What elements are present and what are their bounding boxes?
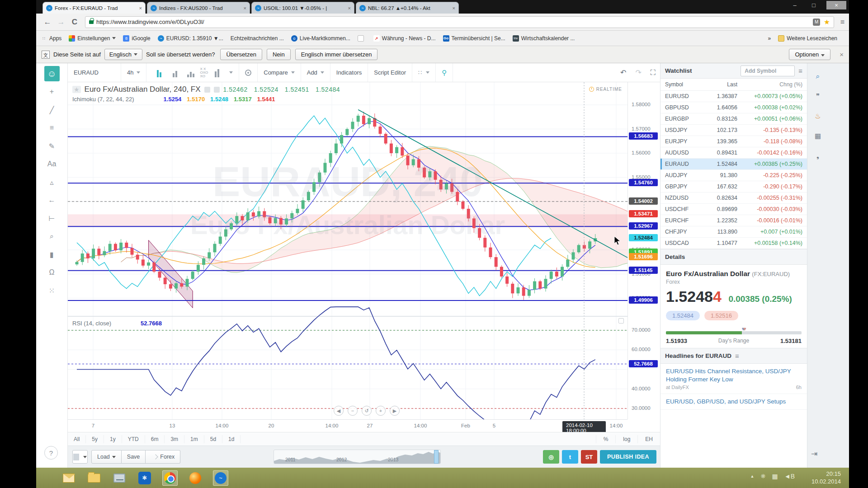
forecast-tool-icon[interactable]: ▮: [44, 247, 60, 262]
renko-style-icon[interactable]: [212, 68, 222, 77]
legend-eye-icon[interactable]: [204, 87, 210, 93]
emoji-tool-icon[interactable]: ☺: [44, 66, 60, 81]
tab-usoil[interactable]: ~ USOIL: 100.01 ▼-0.05% - | ×: [251, 2, 354, 14]
bars-style-icon[interactable]: [170, 68, 180, 77]
chats-icon[interactable]: ❟: [811, 149, 825, 163]
translate-button[interactable]: Übersetzen: [220, 49, 262, 60]
twitter-button[interactable]: t: [562, 450, 578, 464]
taskbar-clock[interactable]: 20:15 10.02.2014: [811, 470, 841, 485]
publish-idea-button[interactable]: PUBLISH IDEA: [600, 450, 656, 464]
text-tool-icon[interactable]: Aa: [44, 156, 60, 172]
translate-always-button[interactable]: Englisch immer übersetzen: [295, 49, 378, 60]
range-1m[interactable]: 1m: [184, 435, 204, 443]
range-ytd[interactable]: YTD: [122, 435, 145, 443]
pattern-tool-icon[interactable]: ▵: [44, 174, 60, 190]
legend-gear-icon[interactable]: [214, 87, 220, 93]
tab-close-icon[interactable]: ×: [453, 5, 455, 11]
scroll-right-icon[interactable]: ▶: [390, 406, 400, 416]
bookmark-page[interactable]: [358, 35, 366, 42]
watchlist-row[interactable]: EURCHF1.22352-0.00016 (-0.01%): [660, 215, 807, 226]
percent-scale-button[interactable]: %: [596, 435, 616, 443]
screener-search-icon[interactable]: ⌕: [811, 70, 825, 83]
headline-item[interactable]: EUR/USD Hits Channel Resistance, USD/JPY…: [660, 364, 807, 394]
bookmark-eurusd[interactable]: ~ EURUSD: 1.35910 ▼...: [158, 35, 223, 42]
zoom-out-icon[interactable]: −: [348, 406, 358, 416]
reset-view-icon[interactable]: ↺: [362, 406, 372, 416]
rsi-eye-icon[interactable]: [115, 321, 120, 326]
watchlist-row[interactable]: EURAUD1.52484+0.00385 (+0.25%): [660, 159, 807, 170]
zoom-in-icon[interactable]: +: [376, 406, 386, 416]
bookmark-igoogle[interactable]: 8 iGoogle: [123, 35, 150, 42]
forward-icon[interactable]: →: [54, 18, 68, 27]
price-chart[interactable]: [68, 82, 627, 419]
text-notes-icon[interactable]: ❞: [811, 89, 825, 103]
range-1y[interactable]: 1y: [104, 435, 122, 443]
back-icon[interactable]: ←: [41, 18, 54, 27]
close-button[interactable]: ×: [826, 1, 846, 9]
ideas-bulb-button[interactable]: ⚲: [436, 63, 453, 82]
translate-options-button[interactable]: Optionen: [789, 49, 830, 60]
watchlist-row[interactable]: AUDJPY91.380-0.225 (-0.25%): [660, 170, 807, 181]
measure-tool-icon[interactable]: ⊢: [44, 211, 60, 226]
ichimoku-eye-icon[interactable]: [138, 97, 143, 102]
favorite-star-icon[interactable]: ★: [72, 86, 81, 93]
chrome-menu-icon[interactable]: ≡: [840, 18, 844, 26]
taskbar-explorer-icon[interactable]: [86, 470, 102, 486]
range-3m[interactable]: 3m: [165, 435, 184, 443]
watchlist-row[interactable]: CHFJPY113.890+0.007 (+0.01%): [660, 226, 807, 238]
watchlist-row[interactable]: USDCHF0.89699-0.00030 (-0.03%): [660, 204, 807, 215]
minimize-button[interactable]: –: [788, 2, 801, 9]
pnf-style-icon[interactable]: X XOXOXO: [200, 67, 208, 78]
range-5d[interactable]: 5d: [204, 435, 222, 443]
collapse-panel-icon[interactable]: ⇥: [811, 449, 817, 459]
range-5y[interactable]: 5y: [86, 435, 104, 443]
watchlist-row[interactable]: GBPJPY167.632-0.290 (-0.17%): [660, 181, 807, 192]
hotlists-icon[interactable]: ♨: [811, 109, 825, 123]
col-last[interactable]: Last: [700, 81, 737, 88]
translate-close-icon[interactable]: ×: [840, 51, 844, 58]
magnet-tool-icon[interactable]: Ω: [44, 265, 60, 280]
translate-language-select[interactable]: Englisch: [104, 49, 142, 60]
mcafee-icon[interactable]: M: [813, 19, 820, 26]
extended-hours-button[interactable]: EH: [637, 435, 660, 443]
eraser-tool-icon[interactable]: ⁙: [44, 283, 60, 298]
headline-title[interactable]: EUR/USD Hits Channel Resistance, USD/JPY…: [666, 367, 802, 383]
watchlist-row[interactable]: EURUSD1.36387+0.00073 (+0.05%): [660, 91, 807, 102]
scroll-left-icon[interactable]: ◀: [334, 406, 344, 416]
headline-title[interactable]: EUR/USD, GBP/USD, and USD/JPY Setups: [666, 398, 802, 406]
watchlist-row[interactable]: USDJPY102.173-0.135 (-0.13%): [660, 125, 807, 136]
add-button[interactable]: Add: [301, 63, 330, 82]
interval-select[interactable]: 4h: [121, 63, 146, 82]
watchlist-row[interactable]: GBPUSD1.64056+0.00038 (+0.02%): [660, 102, 807, 113]
candles-style-icon[interactable]: [154, 68, 164, 77]
indicators-button[interactable]: Indicators: [330, 63, 368, 82]
compare-button[interactable]: Compare: [258, 63, 301, 82]
fib-retracement-tool-icon[interactable]: ≡: [44, 120, 60, 136]
range-all[interactable]: All: [68, 435, 86, 443]
minimap-selection[interactable]: [434, 450, 439, 464]
script-editor-button[interactable]: Script Editor: [368, 63, 412, 82]
tab-close-icon[interactable]: ×: [348, 5, 351, 11]
line-style-icon[interactable]: [186, 68, 196, 77]
calendar-icon[interactable]: ▦: [811, 129, 825, 143]
zoom-in-tool-icon[interactable]: ⌕: [44, 229, 60, 244]
bookmark-terminuebersicht[interactable]: Go Terminübersicht | Se...: [443, 35, 505, 42]
taskbar-app-icon[interactable]: ✱: [137, 470, 152, 486]
price-axis[interactable]: 1.580001.570001.560001.550001.540001.530…: [627, 82, 660, 419]
bookmark-livemarkt[interactable]: o Live-Marktkommen...: [291, 35, 350, 42]
watchlist-row[interactable]: USDCAD1.10477+0.00158 (+0.14%): [660, 238, 807, 249]
apps-bookmark[interactable]: ∷ Apps: [41, 35, 61, 42]
url-bar[interactable]: https://www.tradingview.com/e/0DLyuO3l/ …: [85, 16, 834, 28]
time-axis[interactable]: 71314:002014:002714:00Feb514:002014-02-1…: [68, 419, 627, 432]
taskbar-openoffice-icon[interactable]: ~: [213, 470, 228, 486]
taskbar-firefox-icon[interactable]: [188, 470, 203, 486]
tray-expand-icon[interactable]: ▲: [750, 474, 754, 479]
taskbar-chrome-icon[interactable]: [162, 470, 178, 486]
bookmark-einstellungen[interactable]: Einstellungen: [69, 35, 116, 42]
tab-nbl[interactable]: ~ NBL: 66.27 ▲+0.14% - Akt ×: [356, 2, 459, 14]
restore-button[interactable]: □: [807, 2, 820, 9]
bookmark-echtzeitnachrichten[interactable]: Echtzeitnachrichten ...: [231, 35, 284, 42]
tab-aus200[interactable]: ~ Indizes - FX:AUS200 - Trad ×: [147, 2, 250, 14]
range-1d[interactable]: 1d: [222, 435, 241, 443]
tab-euraud[interactable]: ~ Forex - FX:EURAUD - Trad ×: [42, 2, 146, 14]
